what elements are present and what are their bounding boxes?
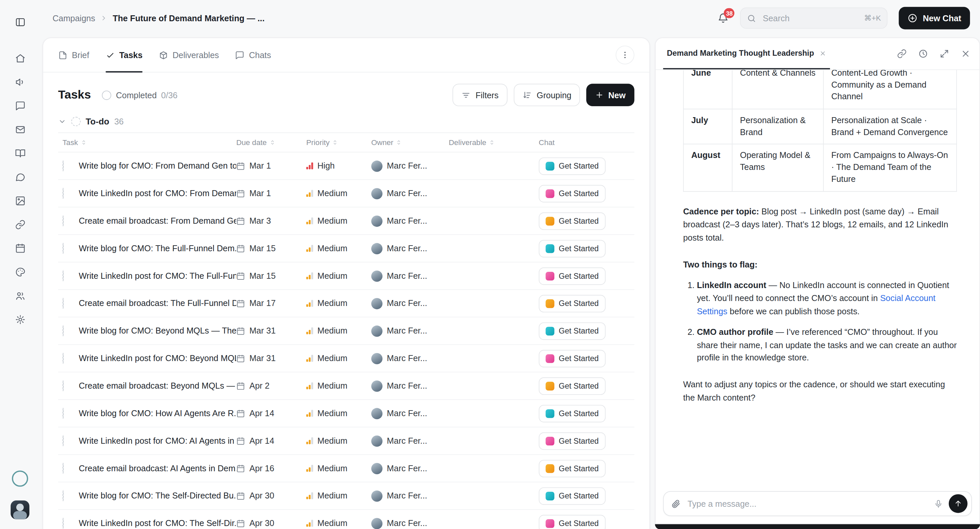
- task-checkbox[interactable]: [62, 297, 64, 309]
- design-icon[interactable]: [11, 262, 29, 281]
- send-button[interactable]: [949, 494, 967, 513]
- topic-name: Operating Model & Teams: [732, 145, 824, 192]
- task-checkbox[interactable]: [62, 380, 64, 392]
- knowledge-icon[interactable]: [11, 144, 29, 162]
- tab-tasks[interactable]: Tasks: [105, 38, 143, 72]
- breadcrumb: Campaigns The Future of Demand Marketing…: [52, 13, 264, 22]
- task-checkbox[interactable]: [62, 489, 64, 502]
- table-row[interactable]: Write blog for CMO: The Self-Directed Bu…: [58, 482, 635, 510]
- table-row[interactable]: Write blog for CMO: From Demand Gen to .…: [58, 153, 635, 180]
- todo-group-header[interactable]: To-do 36: [43, 111, 649, 132]
- sort-icon: [522, 90, 531, 100]
- get-started-button[interactable]: Get Started: [539, 322, 606, 340]
- grouping-button[interactable]: Grouping: [514, 84, 580, 106]
- task-checkbox[interactable]: [62, 242, 64, 254]
- breadcrumb-campaigns[interactable]: Campaigns: [52, 13, 95, 22]
- more-options-button[interactable]: [616, 46, 634, 64]
- chevron-down-icon[interactable]: [58, 117, 66, 125]
- col-due-date[interactable]: Due date: [236, 138, 306, 147]
- get-started-button[interactable]: Get Started: [539, 212, 606, 230]
- get-started-button[interactable]: Get Started: [539, 405, 606, 422]
- get-started-button[interactable]: Get Started: [539, 460, 606, 477]
- get-started-button[interactable]: Get Started: [539, 487, 606, 505]
- attach-icon[interactable]: [671, 499, 681, 508]
- task-checkbox[interactable]: [62, 407, 64, 419]
- task-checkbox[interactable]: [62, 462, 64, 474]
- sidebar-toggle-icon[interactable]: [11, 13, 29, 31]
- get-started-button[interactable]: Get Started: [539, 432, 606, 450]
- mail-icon[interactable]: [11, 120, 29, 138]
- table-row[interactable]: Write LinkedIn post for CMO: The Full-Fu…: [58, 262, 635, 290]
- table-row[interactable]: Create email broadcast: The Full-Funnel …: [58, 290, 635, 318]
- table-row[interactable]: Write blog for CMO: Beyond MQLs — The ..…: [58, 317, 635, 345]
- tab-brief[interactable]: Brief: [58, 38, 89, 72]
- col-priority[interactable]: Priority: [306, 138, 371, 147]
- agents-icon[interactable]: [11, 96, 29, 115]
- notifications-button[interactable]: 38: [718, 13, 729, 24]
- table-row[interactable]: Write LinkedIn post for CMO: AI Agents i…: [58, 427, 635, 455]
- search-box[interactable]: ⌘+K: [740, 8, 888, 29]
- media-icon[interactable]: [11, 191, 29, 210]
- social-account-settings-link[interactable]: Social Account Settings: [697, 293, 935, 316]
- expand-icon[interactable]: [940, 49, 950, 59]
- topbar: Campaigns The Future of Demand Marketing…: [40, 0, 980, 36]
- close-panel-icon[interactable]: [961, 49, 971, 59]
- new-chat-button[interactable]: New Chat: [899, 7, 970, 30]
- get-started-button[interactable]: Get Started: [539, 157, 606, 175]
- task-checkbox[interactable]: [62, 517, 64, 529]
- chat-tab-close-icon[interactable]: [820, 50, 827, 57]
- get-started-button[interactable]: Get Started: [539, 184, 606, 202]
- table-row[interactable]: Write blog for CMO: The Full-Funnel Dem.…: [58, 235, 635, 262]
- settings-icon[interactable]: [11, 310, 29, 329]
- table-row[interactable]: Write LinkedIn post for CMO: The Self-Di…: [58, 510, 635, 529]
- tab-deliverables[interactable]: Deliverables: [159, 38, 219, 72]
- integrations-icon[interactable]: [11, 215, 29, 234]
- table-row[interactable]: Create email broadcast: From Demand Ge..…: [58, 207, 635, 235]
- owner-avatar: [371, 270, 382, 281]
- table-row[interactable]: Write LinkedIn post for CMO: Beyond MQLs…: [58, 345, 635, 372]
- get-started-button[interactable]: Get Started: [539, 349, 606, 367]
- chat-panel-tabbar: Demand Marketing Thought Leadership: [655, 38, 979, 70]
- table-row[interactable]: Create email broadcast: AI Agents in Dem…: [58, 455, 635, 483]
- tab-chats[interactable]: Chats: [235, 38, 271, 72]
- campaigns-icon[interactable]: [11, 72, 29, 91]
- calendar-icon[interactable]: [11, 238, 29, 257]
- new-task-button[interactable]: New: [586, 84, 635, 106]
- team-icon[interactable]: [11, 286, 29, 305]
- task-checkbox[interactable]: [62, 160, 64, 172]
- table-row[interactable]: Write blog for CMO: How AI Agents Are R.…: [58, 400, 635, 427]
- calendar-icon: [236, 272, 245, 280]
- filters-button[interactable]: Filters: [452, 84, 507, 106]
- task-due-date: Apr 30: [236, 491, 306, 500]
- task-checkbox[interactable]: [62, 434, 64, 446]
- chat-panel: Demand Marketing Thought Leadership June…: [655, 38, 980, 524]
- history-icon[interactable]: [918, 49, 928, 59]
- col-deliverable[interactable]: Deliverable: [449, 138, 539, 147]
- group-label: To-do: [86, 116, 109, 126]
- table-row[interactable]: Create email broadcast: Beyond MQLs — ..…: [58, 372, 635, 400]
- chats-icon[interactable]: [11, 168, 29, 186]
- task-checkbox[interactable]: [62, 270, 64, 281]
- mic-icon[interactable]: [934, 499, 943, 508]
- get-started-button[interactable]: Get Started: [539, 267, 606, 285]
- message-composer[interactable]: [663, 491, 972, 516]
- get-started-button[interactable]: Get Started: [539, 377, 606, 395]
- task-checkbox[interactable]: [62, 352, 64, 364]
- task-checkbox[interactable]: [62, 187, 64, 199]
- col-task[interactable]: Task: [62, 138, 236, 147]
- home-icon[interactable]: [11, 49, 29, 67]
- message-input[interactable]: [686, 498, 928, 509]
- copy-link-icon[interactable]: [897, 49, 907, 59]
- col-owner[interactable]: Owner: [371, 138, 449, 147]
- get-started-button[interactable]: Get Started: [539, 240, 606, 257]
- user-avatar[interactable]: [11, 500, 29, 519]
- left-rail: [0, 0, 40, 529]
- table-header: Task Due date Priority Owner Deliverable…: [58, 132, 635, 153]
- table-row[interactable]: Write LinkedIn post for CMO: From Deman.…: [58, 180, 635, 207]
- task-checkbox[interactable]: [62, 324, 64, 337]
- search-input[interactable]: [762, 13, 859, 24]
- get-started-button[interactable]: Get Started: [539, 295, 606, 312]
- chat-tab[interactable]: Demand Marketing Thought Leadership: [663, 38, 830, 69]
- get-started-button[interactable]: Get Started: [539, 515, 606, 529]
- task-checkbox[interactable]: [62, 215, 64, 227]
